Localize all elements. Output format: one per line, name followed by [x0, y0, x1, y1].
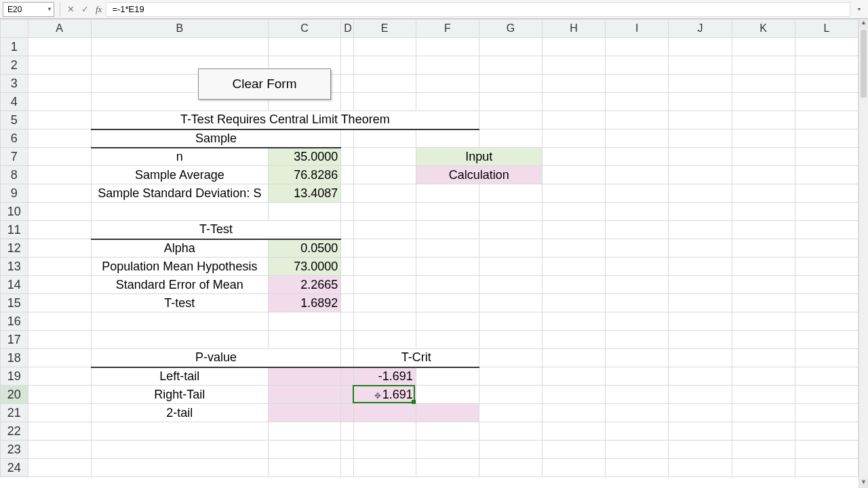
row-20[interactable]: 20: [1, 386, 28, 404]
label-sem[interactable]: Standard Error of Mean: [91, 276, 268, 294]
row-8[interactable]: 8: [1, 166, 28, 184]
pvalue-left[interactable]: [268, 367, 340, 386]
col-K[interactable]: K: [732, 20, 795, 38]
enter-icon[interactable]: ✓: [81, 4, 89, 14]
legend-calc[interactable]: Calculation: [416, 166, 542, 184]
name-box-value: E20: [7, 5, 22, 14]
row-23[interactable]: 23: [1, 441, 28, 459]
legend-input[interactable]: Input: [416, 148, 542, 166]
tcrit-header[interactable]: T-Crit: [353, 349, 479, 367]
row-6[interactable]: 6: [1, 129, 28, 148]
row-7[interactable]: 7: [1, 148, 28, 166]
fx-icon[interactable]: fx: [96, 4, 102, 15]
row-4[interactable]: 4: [1, 93, 28, 111]
row-22[interactable]: 22: [1, 422, 28, 441]
row-15[interactable]: 15: [1, 294, 28, 312]
pvalue-two[interactable]: [268, 404, 340, 422]
separator: [60, 3, 60, 16]
select-all-corner[interactable]: [1, 20, 28, 38]
col-I[interactable]: I: [606, 20, 669, 38]
row-3[interactable]: 3: [1, 75, 28, 93]
col-L[interactable]: L: [795, 20, 858, 38]
clear-form-button[interactable]: Clear Form: [198, 68, 331, 100]
row-13[interactable]: 13: [1, 258, 28, 276]
col-A[interactable]: A: [28, 20, 91, 38]
row-5[interactable]: 5: [1, 111, 28, 129]
grid-wrapper: A B C D E F G H I J K L 1 2 3 4 5 T-Test…: [0, 19, 868, 488]
column-headers[interactable]: A B C D E F G H I J K L: [1, 20, 859, 38]
col-J[interactable]: J: [669, 20, 732, 38]
row-18[interactable]: 18: [1, 349, 28, 367]
label-right[interactable]: Right-Tail: [91, 386, 268, 404]
ttest-header[interactable]: T-Test: [91, 221, 341, 239]
row-24[interactable]: 24: [1, 459, 28, 477]
formula-bar: E20 ▼ ✕ ✓ fx =-1*E19 ▾: [0, 0, 868, 19]
row-10[interactable]: 10: [1, 203, 28, 221]
row-14[interactable]: 14: [1, 276, 28, 294]
value-ttest[interactable]: 1.6892: [268, 294, 340, 312]
label-left[interactable]: Left-tail: [91, 367, 268, 386]
tcrit-two-f[interactable]: [416, 404, 479, 422]
formula-input[interactable]: =-1*E19: [106, 2, 850, 17]
col-E[interactable]: E: [353, 20, 416, 38]
value-popmean[interactable]: 73.0000: [268, 258, 340, 276]
col-G[interactable]: G: [479, 20, 542, 38]
row-2[interactable]: 2: [1, 56, 28, 75]
sample-header[interactable]: Sample: [91, 129, 341, 148]
row-16[interactable]: 16: [1, 312, 28, 331]
formula-bar-icons: ✕ ✓ fx: [63, 4, 106, 15]
col-F[interactable]: F: [416, 20, 479, 38]
row-21[interactable]: 21: [1, 404, 28, 422]
value-sd[interactable]: 13.4087: [268, 184, 340, 203]
tcrit-two-e[interactable]: [353, 404, 416, 422]
vertical-scrollbar[interactable]: ▲ ▼: [859, 19, 868, 488]
label-sd[interactable]: Sample Standard Deviation: S: [91, 184, 268, 203]
col-D[interactable]: D: [341, 20, 353, 38]
row-17[interactable]: 17: [1, 331, 28, 349]
pvalue-header[interactable]: P-value: [91, 349, 341, 367]
tcrit-left[interactable]: -1.691: [353, 367, 416, 386]
formula-text: =-1*E19: [112, 4, 144, 14]
row-1[interactable]: 1: [1, 38, 28, 56]
col-B[interactable]: B: [91, 20, 268, 38]
value-sem[interactable]: 2.2665: [268, 276, 340, 294]
label-popmean[interactable]: Population Mean Hypothesis: [91, 258, 268, 276]
col-H[interactable]: H: [542, 20, 606, 38]
row-19[interactable]: 19: [1, 367, 28, 386]
row-9[interactable]: 9: [1, 184, 28, 203]
chevron-down-icon[interactable]: ▼: [47, 6, 52, 12]
row-11[interactable]: 11: [1, 221, 28, 239]
value-sample-avg[interactable]: 76.8286: [268, 166, 340, 184]
tcrit-right[interactable]: ✥1.691: [353, 386, 416, 404]
pvalue-right[interactable]: [268, 386, 340, 404]
label-n[interactable]: n: [91, 148, 268, 166]
value-n[interactable]: 35.0000: [268, 148, 340, 166]
value-alpha[interactable]: 0.0500: [268, 239, 340, 258]
spreadsheet-grid[interactable]: A B C D E F G H I J K L 1 2 3 4 5 T-Test…: [0, 19, 859, 488]
scroll-up-icon[interactable]: ▲: [859, 19, 868, 28]
label-ttest[interactable]: T-test: [91, 294, 268, 312]
cell-cursor-icon: ✥: [374, 391, 381, 401]
scroll-down-icon[interactable]: ▼: [859, 479, 868, 488]
scroll-thumb[interactable]: [861, 30, 867, 98]
cancel-icon[interactable]: ✕: [67, 4, 75, 14]
label-sample-avg[interactable]: Sample Average: [91, 166, 268, 184]
row-12[interactable]: 12: [1, 239, 28, 258]
expand-formula-bar-icon[interactable]: ▾: [854, 6, 864, 12]
col-C[interactable]: C: [268, 20, 340, 38]
label-alpha[interactable]: Alpha: [91, 239, 268, 258]
name-box[interactable]: E20 ▼: [3, 2, 54, 17]
label-two[interactable]: 2-tail: [91, 404, 268, 422]
title-cell[interactable]: T-Test Requires Central Limit Theorem: [91, 111, 479, 129]
